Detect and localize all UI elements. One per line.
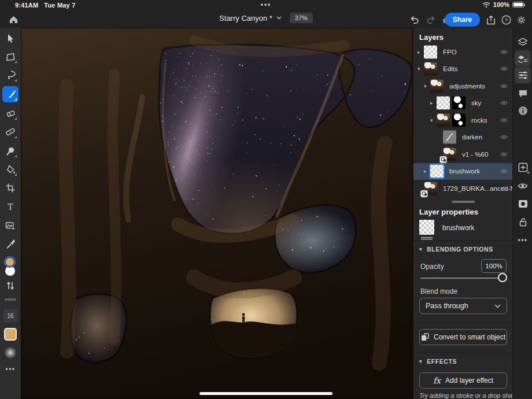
redo-icon: [426, 15, 436, 24]
tool-eyedropper[interactable]: [2, 236, 19, 252]
blend-mode-dropdown[interactable]: Pass through: [419, 298, 507, 314]
effect-hint-text: Try adding a stroke or a drop shadow.: [419, 392, 526, 399]
layer-row[interactable]: ▾ rocks: [413, 112, 513, 129]
export-icon: [486, 15, 496, 25]
tool-crop[interactable]: [2, 180, 19, 196]
layer-thumbnail[interactable]: [437, 113, 450, 127]
home-indicator[interactable]: [200, 392, 332, 395]
tool-fill[interactable]: [2, 161, 19, 178]
layer-thumbnail[interactable]: [424, 182, 437, 195]
adjustments-tab-button[interactable]: [515, 67, 531, 83]
layer-row[interactable]: ▸ brushwork: [413, 163, 513, 180]
layer-lock-button[interactable]: [515, 214, 531, 230]
document-title[interactable]: Starry Canyon *: [219, 14, 282, 23]
layer-thumbnail[interactable]: [443, 147, 456, 161]
tool-healing-brush[interactable]: [2, 124, 19, 140]
opacity-slider-knob[interactable]: [498, 273, 507, 282]
transform-icon: [6, 53, 15, 61]
layer-row[interactable]: 1729_BURKA...anced-NR33: [413, 180, 513, 197]
brush-color-swatch[interactable]: [4, 328, 17, 341]
swap-colors-button[interactable]: [2, 278, 19, 294]
tool-lasso[interactable]: [2, 67, 19, 83]
layer-row[interactable]: ▾ adjustments: [413, 77, 513, 95]
foreground-color-chip[interactable]: [4, 256, 16, 268]
tool-transform[interactable]: [2, 49, 19, 65]
layer-thumbnail[interactable]: [424, 45, 437, 58]
tool-type[interactable]: T: [2, 198, 19, 215]
brush-size-badge[interactable]: 16: [3, 309, 17, 322]
layer-row[interactable]: ▸ sky: [413, 95, 513, 112]
layer-properties-icon: [518, 54, 528, 64]
layer-thumbnail[interactable]: [430, 165, 444, 178]
help-button[interactable]: ?: [498, 12, 513, 27]
share-button[interactable]: Share: [445, 13, 480, 27]
layer-name: rocks: [471, 117, 487, 124]
tool-place-photo[interactable]: [2, 217, 19, 234]
layer-visibility-eye-icon[interactable]: [500, 117, 508, 123]
tool-clone-stamp[interactable]: [2, 143, 19, 159]
panel-resize-handle[interactable]: [452, 201, 475, 203]
tool-options-handle[interactable]: [5, 298, 16, 301]
add-layer-button[interactable]: [515, 159, 531, 175]
layer-visibility-eye-icon[interactable]: [500, 83, 508, 89]
layer-visibility-button[interactable]: [515, 178, 531, 194]
layer-thumbnail[interactable]: [443, 131, 456, 144]
layer-mask-thumbnail[interactable]: [452, 113, 466, 127]
disclosure-arrow[interactable]: ▸: [418, 49, 420, 55]
layer-visibility-eye-icon[interactable]: [500, 186, 508, 191]
layer-row[interactable]: ▸ FPO: [413, 43, 513, 61]
canvas[interactable]: [21, 28, 413, 399]
canvas-image[interactable]: [21, 28, 413, 399]
layer-visibility-eye-icon[interactable]: [500, 49, 508, 55]
eye-icon: [518, 182, 528, 190]
export-button[interactable]: [483, 12, 498, 27]
layer-name: sky: [471, 99, 481, 106]
effects-header[interactable]: ▾ EFFECTS: [419, 358, 457, 365]
undo-button[interactable]: [407, 12, 422, 27]
photoshop-ipad-app: 9:41AMTue May 7 ••• 100% Starry Canyon *: [0, 0, 532, 399]
smart-object-badge-icon: [421, 190, 427, 197]
layer-row[interactable]: ▾ Edits: [413, 61, 513, 78]
layer-thumbnail[interactable]: [424, 62, 437, 76]
tool-options-more-button[interactable]: •••: [0, 365, 21, 373]
tool-brush[interactable]: [2, 86, 19, 102]
disclosure-arrow[interactable]: ▸: [430, 100, 433, 106]
layer-visibility-eye-icon[interactable]: [500, 66, 508, 72]
settings-button[interactable]: [513, 12, 529, 27]
convert-to-smart-object-button[interactable]: Convert to smart object: [419, 329, 507, 345]
layer-visibility-eye-icon[interactable]: [500, 134, 508, 140]
layer-visibility-eye-icon[interactable]: [500, 152, 508, 157]
info-button[interactable]: [515, 102, 531, 119]
add-layer-effect-button[interactable]: fx Add layer effect: [419, 372, 507, 389]
layers-panel: Layers ▸ FPO ▾ Edits ▾ adjustments: [413, 28, 512, 399]
layer-thumbnail[interactable]: [437, 97, 450, 110]
left-tool-rail: T 16 •••: [0, 28, 21, 399]
tool-eraser[interactable]: [2, 105, 19, 121]
layer-row[interactable]: darken: [413, 129, 513, 146]
blending-options-header[interactable]: ▾ BLENDING OPTIONS: [419, 246, 493, 253]
brush-tip-preview[interactable]: [4, 346, 17, 359]
disclosure-arrow[interactable]: ▾: [418, 66, 420, 72]
opacity-slider[interactable]: [420, 278, 506, 279]
layer-mask-button[interactable]: [515, 195, 531, 212]
type-icon: T: [6, 202, 14, 211]
layer-visibility-eye-icon[interactable]: [500, 100, 508, 106]
zoom-level-badge[interactable]: 37%: [290, 13, 313, 23]
layer-thumbnail[interactable]: [430, 79, 444, 93]
redo-button[interactable]: [423, 12, 438, 27]
layer-properties-tab-button[interactable]: [515, 50, 531, 66]
layer-mask-thumbnail[interactable]: [452, 97, 466, 110]
layer-more-options-button[interactable]: •••: [513, 236, 532, 244]
disclosure-arrow[interactable]: ▾: [430, 117, 433, 123]
home-button[interactable]: [6, 12, 21, 27]
disclosure-arrow[interactable]: ▸: [424, 168, 427, 174]
layer-visibility-eye-icon[interactable]: [500, 168, 508, 174]
disclosure-arrow[interactable]: ▾: [424, 83, 427, 89]
layers-icon: [518, 37, 528, 47]
layers-tab-button[interactable]: [515, 34, 531, 50]
layer-row[interactable]: v1 - %60: [413, 146, 513, 163]
tool-move[interactable]: [2, 30, 19, 46]
opacity-value-field[interactable]: 100%: [481, 259, 507, 273]
status-time-date: 9:41AMTue May 7: [15, 2, 82, 9]
comments-button[interactable]: [515, 86, 531, 102]
